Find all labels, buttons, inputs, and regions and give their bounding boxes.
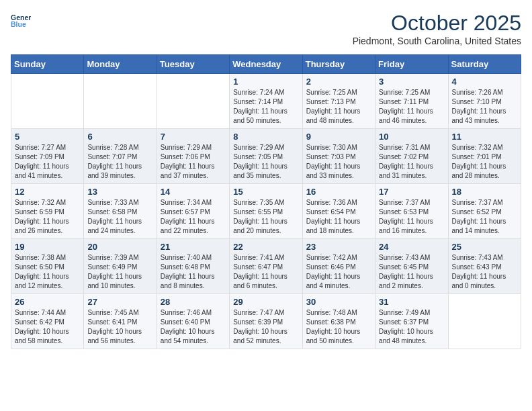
day-info: Sunrise: 7:46 AM Sunset: 6:40 PM Dayligh… [161, 308, 226, 346]
calendar-cell: 7Sunrise: 7:29 AM Sunset: 7:06 PM Daylig… [157, 129, 229, 184]
calendar-week-5: 26Sunrise: 7:44 AM Sunset: 6:42 PM Dayli… [11, 294, 521, 349]
day-info: Sunrise: 7:43 AM Sunset: 6:45 PM Dayligh… [379, 253, 444, 291]
logo-icon: General Blue [11, 11, 31, 31]
day-number: 9 [306, 132, 371, 142]
day-info: Sunrise: 7:37 AM Sunset: 6:52 PM Dayligh… [452, 198, 517, 236]
calendar-cell: 5Sunrise: 7:27 AM Sunset: 7:09 PM Daylig… [11, 129, 84, 184]
day-info: Sunrise: 7:34 AM Sunset: 6:57 PM Dayligh… [161, 198, 226, 236]
day-number: 5 [15, 132, 80, 142]
day-number: 3 [379, 77, 444, 87]
calendar-cell: 10Sunrise: 7:31 AM Sunset: 7:02 PM Dayli… [375, 129, 448, 184]
calendar-cell: 30Sunrise: 7:48 AM Sunset: 6:38 PM Dayli… [302, 294, 375, 349]
day-number: 29 [233, 297, 298, 307]
calendar-cell [157, 74, 229, 129]
day-number: 12 [15, 187, 80, 197]
calendar-cell: 28Sunrise: 7:46 AM Sunset: 6:40 PM Dayli… [157, 294, 229, 349]
day-number: 8 [233, 132, 298, 142]
calendar-cell: 24Sunrise: 7:43 AM Sunset: 6:45 PM Dayli… [375, 239, 448, 294]
calendar-cell: 25Sunrise: 7:43 AM Sunset: 6:43 PM Dayli… [448, 239, 521, 294]
calendar-cell: 31Sunrise: 7:49 AM Sunset: 6:37 PM Dayli… [375, 294, 448, 349]
day-number: 24 [379, 242, 444, 252]
day-number: 7 [161, 132, 226, 142]
calendar-cell: 6Sunrise: 7:28 AM Sunset: 7:07 PM Daylig… [84, 129, 157, 184]
day-info: Sunrise: 7:45 AM Sunset: 6:41 PM Dayligh… [87, 308, 152, 346]
day-info: Sunrise: 7:31 AM Sunset: 7:02 PM Dayligh… [379, 143, 444, 181]
day-info: Sunrise: 7:42 AM Sunset: 6:46 PM Dayligh… [306, 253, 371, 291]
day-info: Sunrise: 7:26 AM Sunset: 7:10 PM Dayligh… [452, 88, 517, 126]
day-info: Sunrise: 7:27 AM Sunset: 7:09 PM Dayligh… [15, 143, 80, 181]
title-block: October 2025 Piedmont, South Carolina, U… [353, 11, 521, 46]
calendar-cell: 11Sunrise: 7:32 AM Sunset: 7:01 PM Dayli… [448, 129, 521, 184]
day-info: Sunrise: 7:48 AM Sunset: 6:38 PM Dayligh… [306, 308, 371, 346]
day-info: Sunrise: 7:40 AM Sunset: 6:48 PM Dayligh… [161, 253, 226, 291]
calendar-cell: 26Sunrise: 7:44 AM Sunset: 6:42 PM Dayli… [11, 294, 84, 349]
calendar-cell: 1Sunrise: 7:24 AM Sunset: 7:14 PM Daylig… [230, 74, 302, 129]
page-header: General Blue October 2025 Piedmont, Sout… [11, 11, 521, 46]
day-info: Sunrise: 7:41 AM Sunset: 6:47 PM Dayligh… [233, 253, 298, 291]
day-info: Sunrise: 7:29 AM Sunset: 7:06 PM Dayligh… [161, 143, 226, 181]
calendar-cell: 4Sunrise: 7:26 AM Sunset: 7:10 PM Daylig… [448, 74, 521, 129]
calendar-cell: 27Sunrise: 7:45 AM Sunset: 6:41 PM Dayli… [84, 294, 157, 349]
day-number: 27 [87, 297, 152, 307]
calendar-cell: 13Sunrise: 7:33 AM Sunset: 6:58 PM Dayli… [84, 184, 157, 239]
day-number: 26 [15, 297, 80, 307]
day-number: 22 [233, 242, 298, 252]
day-info: Sunrise: 7:35 AM Sunset: 6:55 PM Dayligh… [233, 198, 298, 236]
day-number: 23 [306, 242, 371, 252]
calendar-cell: 8Sunrise: 7:29 AM Sunset: 7:05 PM Daylig… [230, 129, 302, 184]
calendar-cell: 16Sunrise: 7:36 AM Sunset: 6:54 PM Dayli… [302, 184, 375, 239]
day-number: 19 [15, 242, 80, 252]
day-info: Sunrise: 7:24 AM Sunset: 7:14 PM Dayligh… [233, 88, 298, 126]
calendar-week-2: 5Sunrise: 7:27 AM Sunset: 7:09 PM Daylig… [11, 129, 521, 184]
day-number: 6 [87, 132, 152, 142]
calendar-week-3: 12Sunrise: 7:32 AM Sunset: 6:59 PM Dayli… [11, 184, 521, 239]
calendar-cell: 18Sunrise: 7:37 AM Sunset: 6:52 PM Dayli… [448, 184, 521, 239]
day-number: 20 [87, 242, 152, 252]
day-info: Sunrise: 7:32 AM Sunset: 7:01 PM Dayligh… [452, 143, 517, 181]
calendar-cell [84, 74, 157, 129]
day-number: 16 [306, 187, 371, 197]
col-header-thursday: Thursday [302, 55, 375, 74]
calendar-cell: 9Sunrise: 7:30 AM Sunset: 7:03 PM Daylig… [302, 129, 375, 184]
calendar-week-1: 1Sunrise: 7:24 AM Sunset: 7:14 PM Daylig… [11, 74, 521, 129]
calendar-header-row: SundayMondayTuesdayWednesdayThursdayFrid… [11, 55, 521, 74]
col-header-friday: Friday [375, 55, 448, 74]
col-header-sunday: Sunday [11, 55, 84, 74]
day-number: 30 [306, 297, 371, 307]
logo: General Blue [11, 11, 31, 31]
day-info: Sunrise: 7:37 AM Sunset: 6:53 PM Dayligh… [379, 198, 444, 236]
calendar-table: SundayMondayTuesdayWednesdayThursdayFrid… [11, 54, 521, 349]
day-number: 1 [233, 77, 298, 87]
calendar-cell: 22Sunrise: 7:41 AM Sunset: 6:47 PM Dayli… [230, 239, 302, 294]
day-number: 11 [452, 132, 517, 142]
calendar-cell: 15Sunrise: 7:35 AM Sunset: 6:55 PM Dayli… [230, 184, 302, 239]
location-text: Piedmont, South Carolina, United States [353, 36, 521, 46]
calendar-cell: 14Sunrise: 7:34 AM Sunset: 6:57 PM Dayli… [157, 184, 229, 239]
day-info: Sunrise: 7:44 AM Sunset: 6:42 PM Dayligh… [15, 308, 80, 346]
day-info: Sunrise: 7:30 AM Sunset: 7:03 PM Dayligh… [306, 143, 371, 181]
calendar-cell: 29Sunrise: 7:47 AM Sunset: 6:39 PM Dayli… [230, 294, 302, 349]
day-number: 4 [452, 77, 517, 87]
calendar-cell: 12Sunrise: 7:32 AM Sunset: 6:59 PM Dayli… [11, 184, 84, 239]
day-info: Sunrise: 7:25 AM Sunset: 7:11 PM Dayligh… [379, 88, 444, 126]
calendar-cell [11, 74, 84, 129]
calendar-cell: 20Sunrise: 7:39 AM Sunset: 6:49 PM Dayli… [84, 239, 157, 294]
calendar-cell: 23Sunrise: 7:42 AM Sunset: 6:46 PM Dayli… [302, 239, 375, 294]
day-number: 18 [452, 187, 517, 197]
day-number: 13 [87, 187, 152, 197]
day-number: 31 [379, 297, 444, 307]
day-info: Sunrise: 7:32 AM Sunset: 6:59 PM Dayligh… [15, 198, 80, 236]
col-header-monday: Monday [84, 55, 157, 74]
col-header-tuesday: Tuesday [157, 55, 229, 74]
day-number: 2 [306, 77, 371, 87]
day-info: Sunrise: 7:49 AM Sunset: 6:37 PM Dayligh… [379, 308, 444, 346]
day-number: 15 [233, 187, 298, 197]
calendar-cell [448, 294, 521, 349]
month-title: October 2025 [353, 11, 521, 36]
day-info: Sunrise: 7:38 AM Sunset: 6:50 PM Dayligh… [15, 253, 80, 291]
day-info: Sunrise: 7:47 AM Sunset: 6:39 PM Dayligh… [233, 308, 298, 346]
day-number: 14 [161, 187, 226, 197]
day-info: Sunrise: 7:28 AM Sunset: 7:07 PM Dayligh… [87, 143, 152, 181]
calendar-cell: 19Sunrise: 7:38 AM Sunset: 6:50 PM Dayli… [11, 239, 84, 294]
calendar-cell: 2Sunrise: 7:25 AM Sunset: 7:13 PM Daylig… [302, 74, 375, 129]
